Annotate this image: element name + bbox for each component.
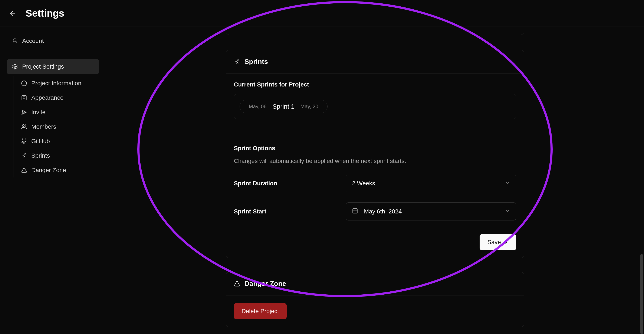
scrollbar[interactable] [640, 26, 643, 334]
calendar-icon [352, 208, 358, 215]
sidebar-item-github[interactable]: GitHub [16, 134, 99, 148]
svg-point-6 [25, 153, 26, 154]
svg-rect-4 [23, 97, 25, 98]
sprint-start-date: May, 06 [249, 104, 267, 110]
current-sprints-label: Current Sprints for Project [234, 81, 516, 88]
sprint-start-datepicker[interactable]: May 6th, 2024 [346, 202, 516, 220]
appearance-icon [21, 95, 27, 101]
send-icon [21, 109, 27, 115]
sprint-duration-select[interactable]: 2 Weeks [346, 175, 516, 192]
svg-rect-8 [353, 209, 357, 213]
card-actions: Save [234, 234, 516, 250]
sidebar-item-label: GitHub [31, 138, 50, 145]
sidebar-item-label: Members [31, 123, 56, 130]
sprint-options-label: Sprint Options [234, 145, 516, 152]
card-header: Danger Zone [226, 272, 524, 296]
sidebar-item-label: Appearance [31, 94, 64, 101]
chevron-down-icon [505, 208, 510, 215]
user-icon [12, 38, 18, 44]
sidebar-divider [7, 54, 99, 54]
back-button[interactable] [8, 9, 17, 18]
sidebar-item-project-information[interactable]: Project Information [16, 76, 99, 90]
info-icon [21, 80, 27, 86]
alert-triangle-icon [234, 280, 240, 287]
sidebar-item-label: Sprints [31, 152, 50, 159]
sidebar-item-invite[interactable]: Invite [16, 105, 99, 120]
select-value: 2 Weeks [352, 180, 375, 187]
chevron-right-icon [504, 240, 508, 244]
sidebar-item-appearance[interactable]: Appearance [16, 90, 99, 105]
gear-icon [12, 64, 18, 70]
alert-triangle-icon [21, 167, 27, 173]
sprint-duration-row: Sprint Duration 2 Weeks [234, 175, 516, 192]
sprint-start-row: Sprint Start May 6th, 2024 [234, 202, 516, 220]
sprint-chip[interactable]: May, 06 Sprint 1 May, 20 [240, 100, 328, 113]
sidebar-item-account[interactable]: Account [7, 33, 99, 48]
card-title: Danger Zone [244, 280, 286, 288]
github-icon [21, 138, 27, 144]
save-button[interactable]: Save [480, 234, 516, 250]
sidebar-item-label: Project Information [31, 80, 81, 87]
page-title: Settings [26, 8, 64, 19]
chevron-down-icon [505, 180, 510, 186]
svg-rect-3 [22, 96, 26, 100]
svg-point-7 [238, 59, 239, 60]
card-title: Sprints [244, 58, 268, 66]
save-button-label: Save [487, 239, 501, 246]
run-icon [234, 58, 240, 65]
svg-point-5 [22, 124, 24, 126]
sidebar-item-label: Account [22, 38, 44, 44]
run-icon [21, 153, 27, 159]
sprint-name: Sprint 1 [272, 103, 294, 110]
svg-point-0 [14, 39, 16, 41]
sprints-card: Sprints Current Sprints for Project May,… [226, 50, 524, 258]
sidebar-item-label: Invite [31, 109, 46, 116]
card-header: Sprints [226, 50, 524, 74]
sidebar-item-sprints[interactable]: Sprints [16, 148, 99, 163]
sprint-end-date: May, 20 [300, 104, 318, 110]
scrollbar-thumb[interactable] [640, 254, 643, 334]
delete-project-button[interactable]: Delete Project [234, 303, 287, 319]
arrow-left-icon [9, 9, 16, 17]
danger-zone-card: Danger Zone Delete Project [226, 272, 524, 327]
svg-point-1 [14, 66, 16, 68]
users-icon [21, 124, 27, 130]
header: Settings [0, 0, 644, 26]
sidebar-item-label: Danger Zone [31, 167, 66, 174]
divider [234, 132, 516, 132]
sprint-list: May, 06 Sprint 1 May, 20 [234, 94, 516, 119]
main-content: Sprints Current Sprints for Project May,… [106, 26, 644, 334]
date-value: May 6th, 2024 [364, 208, 402, 215]
sidebar-item-label: Project Settings [22, 63, 64, 70]
sidebar-item-members[interactable]: Members [16, 120, 99, 134]
sidebar-subgroup: Project Information Appearance Invite Me… [13, 76, 99, 178]
sidebar-item-project-settings[interactable]: Project Settings [7, 59, 99, 74]
sprint-start-label: Sprint Start [234, 208, 346, 215]
sprint-duration-label: Sprint Duration [234, 180, 346, 187]
sprint-options-description: Changes will automatically be applied wh… [234, 158, 516, 164]
sidebar: Account Project Settings Project Informa… [0, 26, 106, 334]
previous-card-remnant [226, 26, 524, 35]
sidebar-item-danger-zone[interactable]: Danger Zone [16, 163, 99, 178]
